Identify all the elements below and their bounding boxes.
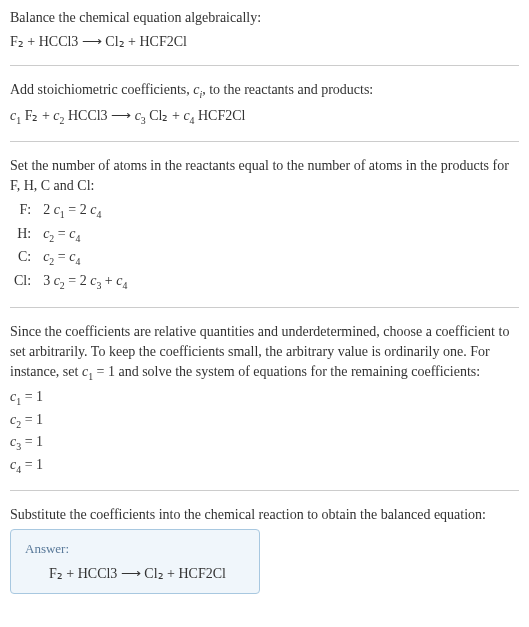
atoms-title: Set the number of atoms in the reactants… <box>10 156 519 195</box>
unbalanced-equation: F₂ + HCCl3 ⟶ Cl₂ + HCF2Cl <box>10 32 519 52</box>
stoich-title: Add stoichiometric coefficients, ci, to … <box>10 80 519 102</box>
problem-title: Balance the chemical equation algebraica… <box>10 8 519 28</box>
section-result: Substitute the coefficients into the che… <box>10 505 519 594</box>
divider <box>10 65 519 66</box>
answer-label: Answer: <box>25 540 245 558</box>
list-item: c4 = 1 <box>10 455 519 477</box>
balanced-equation: F₂ + HCCl3 ⟶ Cl₂ + HCF2Cl <box>25 564 245 584</box>
balance-eq: 2 c1 = 2 c4 <box>39 199 131 223</box>
atom-balance-table: F: 2 c1 = 2 c4 H: c2 = c4 C: c2 = c4 Cl:… <box>10 199 131 293</box>
stoich-equation: c1 F₂ + c2 HCCl3 ⟶ c3 Cl₂ + c4 HCF2Cl <box>10 106 519 128</box>
result-title: Substitute the coefficients into the che… <box>10 505 519 525</box>
section-solve: Since the coefficients are relative quan… <box>10 322 519 476</box>
section-stoich: Add stoichiometric coefficients, ci, to … <box>10 80 519 127</box>
balance-eq: 3 c2 = 2 c3 + c4 <box>39 270 131 294</box>
divider <box>10 307 519 308</box>
answer-box: Answer: F₂ + HCCl3 ⟶ Cl₂ + HCF2Cl <box>10 529 260 595</box>
element-label: H: <box>10 223 39 247</box>
list-item: c3 = 1 <box>10 432 519 454</box>
section-problem: Balance the chemical equation algebraica… <box>10 8 519 51</box>
balance-eq: c2 = c4 <box>39 223 131 247</box>
list-item: c2 = 1 <box>10 410 519 432</box>
solve-text: Since the coefficients are relative quan… <box>10 322 519 383</box>
section-atoms: Set the number of atoms in the reactants… <box>10 156 519 293</box>
table-row: C: c2 = c4 <box>10 246 131 270</box>
divider <box>10 490 519 491</box>
balance-eq: c2 = c4 <box>39 246 131 270</box>
table-row: Cl: 3 c2 = 2 c3 + c4 <box>10 270 131 294</box>
divider <box>10 141 519 142</box>
list-item: c1 = 1 <box>10 387 519 409</box>
coefficient-list: c1 = 1 c2 = 1 c3 = 1 c4 = 1 <box>10 387 519 476</box>
element-label: C: <box>10 246 39 270</box>
table-row: H: c2 = c4 <box>10 223 131 247</box>
table-row: F: 2 c1 = 2 c4 <box>10 199 131 223</box>
element-label: Cl: <box>10 270 39 294</box>
element-label: F: <box>10 199 39 223</box>
